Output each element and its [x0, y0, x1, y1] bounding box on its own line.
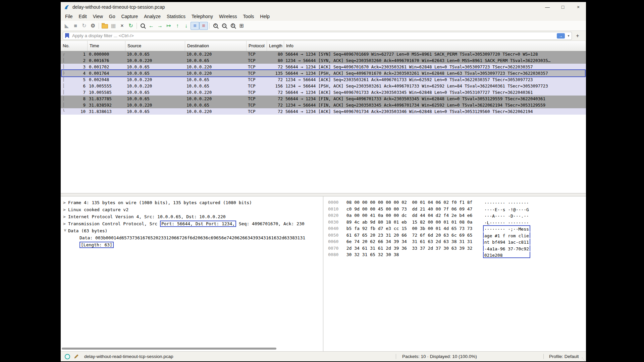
- packet-row-2[interactable]: │20.00167610.0.0.22010.0.0.65TCP801234 →…: [61, 57, 586, 64]
- profile-selector[interactable]: Profile: Default: [549, 352, 579, 361]
- last-packet-icon[interactable]: ↓: [182, 22, 191, 30]
- hex-row-0030[interactable]: 003089 4c ab 9d 80 18 01 eb 15 82 00 00 …: [328, 219, 586, 226]
- display-filter-box[interactable]: → ▾: [63, 32, 572, 40]
- column-header-info[interactable]: Info: [284, 41, 586, 51]
- menu-edit[interactable]: Edit: [76, 12, 90, 21]
- zoom-original-icon[interactable]: 1: [228, 22, 237, 30]
- expander-chevron-icon[interactable]: >: [62, 229, 69, 233]
- capture-options-icon[interactable]: ⚙: [89, 22, 97, 30]
- open-file-icon[interactable]: [100, 22, 109, 30]
- hex-ascii: nt bf494 1ac-c811: [483, 238, 530, 245]
- menu-wireless[interactable]: Wireless: [216, 12, 240, 21]
- minimize-button[interactable]: —: [540, 2, 555, 12]
- column-header-source[interactable]: Source: [125, 41, 185, 51]
- detail-line-4[interactable]: >Data (63 bytes): [61, 227, 323, 234]
- expander-chevron-icon[interactable]: >: [63, 213, 67, 220]
- hex-row-0010[interactable]: 0010c0 9d 00 00 45 00 00 73 dd 21 40 00 …: [328, 206, 586, 213]
- hex-row-0060[interactable]: 00606e 74 20 62 66 34 39 34 31 61 63 2d …: [328, 238, 586, 245]
- column-header-destination[interactable]: Destination: [185, 41, 247, 51]
- packet-details-pane[interactable]: >Frame 4: 135 bytes on wire (1080 bits),…: [61, 196, 323, 351]
- wireshark-logo-icon: [64, 4, 70, 10]
- column-header-time[interactable]: Time: [88, 41, 125, 51]
- menu-analyze[interactable]: Analyze: [141, 12, 164, 21]
- filter-dropdown-caret-icon[interactable]: ▾: [566, 33, 571, 39]
- menu-file[interactable]: File: [62, 12, 76, 21]
- filter-add-button[interactable]: +: [574, 32, 581, 40]
- maximize-button[interactable]: □: [555, 2, 571, 12]
- menu-tools[interactable]: Tools: [240, 12, 257, 21]
- find-packet-icon[interactable]: [138, 22, 147, 30]
- hex-row-0040[interactable]: 0040b5 fa 92 fb d7 e3 cc 15 00 3b 00 01 …: [328, 225, 586, 232]
- hex-row-0070[interactable]: 00702d 34 61 31 61 2d 39 36 33 37 2d 37 …: [328, 245, 586, 252]
- pane-splitter[interactable]: [61, 193, 586, 196]
- menu-view[interactable]: View: [90, 12, 106, 21]
- packet-row-4[interactable]: ├40.00176410.0.0.6510.0.0.220TCP13556644…: [61, 70, 586, 76]
- detail-line-1[interactable]: >Linux cooked capture v2: [61, 206, 323, 213]
- column-header-no[interactable]: No.: [61, 41, 88, 51]
- resize-grip[interactable]: ⋱: [582, 357, 585, 361]
- detail-line-3[interactable]: >Transmission Control Protocol, Src Port…: [61, 220, 323, 227]
- zoom-out-icon[interactable]: −: [220, 22, 228, 30]
- go-to-packet-icon[interactable]: ↦: [164, 22, 173, 30]
- resize-columns-icon[interactable]: ⊞: [237, 22, 246, 30]
- hex-row-0050[interactable]: 005061 67 65 20 23 31 20 66 72 6f 6d 20 …: [328, 232, 586, 239]
- hex-dump-pane[interactable]: 000008 00 00 00 00 00 00 02 00 01 04 06 …: [325, 196, 586, 351]
- packet-row-9[interactable]: │931.83859210.0.0.22010.0.0.65TCP721234 …: [61, 102, 586, 108]
- cell-dst: 10.0.0.220: [185, 64, 247, 70]
- hex-row-0000[interactable]: 000008 00 00 00 00 00 00 02 00 01 04 06 …: [328, 199, 586, 206]
- next-packet-icon[interactable]: →: [156, 22, 164, 30]
- capture-start-icon[interactable]: ◣: [62, 22, 71, 30]
- packet-row-7[interactable]: │710.00558510.0.0.6510.0.0.220TCP7256644…: [61, 89, 586, 96]
- detail-line-2[interactable]: >Internet Protocol Version 4, Src: 10.0.…: [61, 213, 323, 220]
- auto-scroll-icon[interactable]: ≡: [191, 22, 199, 30]
- packet-row-8[interactable]: │831.83778510.0.0.6510.0.0.220TCP7256644…: [61, 96, 586, 102]
- reload-file-icon[interactable]: ↻: [126, 22, 135, 30]
- detail-line-5[interactable]: Data: 003b00014d657373616765202331206672…: [61, 234, 323, 241]
- close-file-icon[interactable]: ×: [118, 22, 126, 30]
- hex-row-0080[interactable]: 008030 32 31 65 32 30 38021e208: [328, 251, 586, 258]
- display-filter-input[interactable]: [71, 33, 557, 39]
- packet-row-10[interactable]: └1031.83861310.0.0.6510.0.0.220TCP725664…: [61, 108, 586, 115]
- hex-offset: 0050: [328, 232, 338, 239]
- column-header-protocol[interactable]: Protocol: [247, 41, 267, 51]
- hex-bytes: 30 32 31 65 32 30 38: [346, 251, 475, 258]
- menu-help[interactable]: Help: [257, 12, 273, 21]
- hex-row-0020[interactable]: 00200a 00 00 41 0a 00 00 dc dd 44 04 d2 …: [328, 212, 586, 219]
- save-file-icon[interactable]: ▦: [109, 22, 118, 30]
- menu-telephony[interactable]: Telephony: [189, 12, 216, 21]
- menu-capture[interactable]: Capture: [118, 12, 141, 21]
- cell-info: 56644 → 1234 [FIN, ACK] Seq=4096701733 A…: [284, 96, 586, 102]
- magnifier-inner: −: [223, 24, 226, 27]
- hex-offset: 0060: [328, 238, 338, 245]
- column-header-length[interactable]: Length: [267, 41, 284, 51]
- details-horizontal-scrollbar[interactable]: [61, 347, 323, 350]
- capture-stop-icon[interactable]: ■: [71, 22, 80, 30]
- first-packet-icon[interactable]: ↑: [173, 22, 182, 30]
- expander-chevron-icon[interactable]: >: [63, 199, 67, 206]
- zoom-in-icon[interactable]: +: [211, 22, 220, 30]
- close-button[interactable]: ×: [571, 2, 586, 12]
- expert-info-icon[interactable]: [65, 354, 70, 359]
- filter-bookmark-icon[interactable]: [65, 33, 69, 38]
- colorize-icon[interactable]: ≡: [199, 22, 208, 30]
- hex-offset: 0020: [328, 212, 338, 219]
- capture-restart-icon[interactable]: ↻: [80, 22, 89, 30]
- menu-statistics[interactable]: Statistics: [164, 12, 189, 21]
- hex-offset: 0010: [328, 206, 338, 213]
- packet-row-1[interactable]: ┌10.00000010.0.0.6510.0.0.220TCP8056644 …: [61, 51, 586, 57]
- detail-line-6[interactable]: [Length: 63]: [61, 241, 323, 248]
- magnifier-inner: 1: [231, 24, 234, 27]
- detail-line-0[interactable]: >Frame 4: 135 bytes on wire (1080 bits),…: [61, 199, 323, 206]
- packet-row-3[interactable]: │30.00170210.0.0.6510.0.0.220TCP7256644 …: [61, 64, 586, 70]
- previous-packet-icon[interactable]: ←: [147, 22, 156, 30]
- detail-text: Internet Protocol Version 4, Src: 10.0.0…: [68, 214, 226, 219]
- menu-go[interactable]: Go: [106, 12, 118, 21]
- expander-chevron-icon[interactable]: >: [63, 206, 67, 213]
- toolbar-glyph: ×: [120, 23, 123, 28]
- capture-comment-icon[interactable]: [74, 354, 79, 360]
- filter-apply-button[interactable]: →: [557, 33, 565, 39]
- packet-row-6[interactable]: │610.00555510.0.0.22010.0.0.65TCP1561234…: [61, 83, 586, 89]
- packet-row-5[interactable]: │50.00204810.0.0.22010.0.0.65TCP721234 →…: [61, 76, 586, 83]
- expander-chevron-icon[interactable]: >: [63, 220, 67, 227]
- scrollbar-thumb[interactable]: [62, 348, 276, 350]
